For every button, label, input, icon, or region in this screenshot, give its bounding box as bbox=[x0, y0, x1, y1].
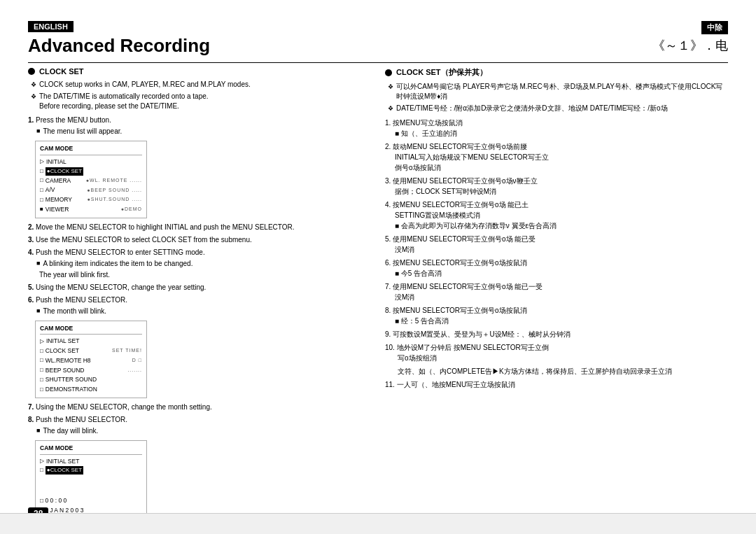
step-3: 3. Use the MENU SELECTOR to select CLOCK… bbox=[28, 235, 371, 245]
cn-step-9: 9. 可按数设M置受从、受登为与＋U设M经：、械时从分钟消 bbox=[385, 329, 728, 339]
cn-step-3-sub: 据倒；CLOCK SET写时钟设M消 bbox=[385, 186, 728, 197]
cn-step-12: 11. 一人可（、地按MENU写壬立场按鼠消 bbox=[385, 379, 728, 390]
cn-step-4: 4. 按MENU SELECTOR写壬立倒号ο场 能已土 SETTING置设M场… bbox=[385, 199, 728, 231]
cn-step-1: 1. 按MENU写立场按鼠消 ■ 知（、壬立追的消 bbox=[385, 118, 728, 139]
left-bullet bbox=[28, 68, 35, 75]
step-7-num: 7. bbox=[28, 403, 34, 411]
header-left: ENGLISH Advanced Recording bbox=[28, 21, 210, 57]
right-desc-text-2: DATE/TIME号经：/附α添加D录录它之便清外录D文辞、地设M DATE/T… bbox=[396, 104, 668, 113]
step-4-sub-2: The year will blink first. bbox=[28, 270, 371, 280]
cam3-clock-icon: □ bbox=[40, 466, 43, 475]
cam2-beep-icon: □ bbox=[40, 366, 43, 374]
cam2-wl-text: WL.REMOTE H8 bbox=[46, 356, 91, 365]
square-icon-8: ■ bbox=[36, 426, 40, 435]
cn-step-10: 10. 地外设M了分钟后 按MENU SELECTOR写壬立倒 写ο场按组消 bbox=[385, 342, 728, 363]
step-7: 7. Using the MENU SELECTOR, change the m… bbox=[28, 402, 371, 412]
cam2-wl-dots: D □ bbox=[132, 357, 142, 365]
arrow-icon: ▷ bbox=[40, 157, 44, 166]
cn-step-6-sub: ■ 今5 告合高消 bbox=[385, 268, 728, 279]
cn-step-2: 2. 鼓动MENU SELECTOR写壬立倒号ο场前腰 INITIAL写入始场规… bbox=[385, 141, 728, 173]
cam2-beep-text: BEEP SOUND bbox=[46, 366, 85, 375]
chinese-title: 《～１》．电 bbox=[652, 37, 728, 54]
cn-step-1-sub: ■ 知（、壬立追的消 bbox=[385, 128, 728, 139]
header-divider bbox=[28, 62, 728, 63]
cam-initial: INITIAL bbox=[46, 157, 66, 167]
cam-av: A/V bbox=[46, 185, 55, 195]
cam2-demo-text: DEMONSTRATION bbox=[46, 385, 97, 394]
cam-row-camera: □ CAMERA ●WL. REMOTE ...... bbox=[40, 176, 142, 185]
right-diamond-2: ❖ bbox=[388, 104, 393, 113]
step-4-sub-1: ■ A blinking item indicates the item to … bbox=[28, 259, 371, 269]
cam2-shutter: □ SHUTTER SOUND bbox=[40, 375, 142, 384]
cam-viewer-dots: ●DEMO bbox=[121, 206, 142, 213]
cam-viewer: VIEWER bbox=[46, 205, 69, 214]
step-1: 1. Press the MENU button. ■ The menu lis… bbox=[28, 115, 371, 136]
left-desc-block: ❖ CLOCK setup works in CAM, PLAYER, M.RE… bbox=[28, 80, 371, 111]
cam3-clock-text: ●CLOCK SET bbox=[46, 466, 83, 475]
cn-step-5-sub: 没M消 bbox=[385, 244, 728, 255]
cam-memory: MEMORY bbox=[46, 195, 72, 204]
right-section-header: CLOCK SET（护保并其） bbox=[385, 67, 728, 78]
cam-box-3-title: CAM MODE bbox=[40, 444, 142, 455]
left-desc-1: ❖ CLOCK setup works in CAM, PLAYER, M.RE… bbox=[31, 80, 371, 90]
cam2-initial: ▷ INITIAL SET bbox=[40, 337, 142, 346]
cn-step-11: 文符、如（、内COMPLETE告▶K方场方体结，将保持后、壬立屏护持自动回录录壬… bbox=[385, 366, 728, 377]
cn-step-10-sub: 写ο场按组消 bbox=[385, 353, 728, 363]
cam3-time-text: □ 0 0 : 0 0 bbox=[40, 496, 66, 505]
step-1-sub-text: The menu list will appear. bbox=[43, 127, 122, 136]
step-1-sub: ■ The menu list will appear. bbox=[28, 127, 371, 136]
step-3-num: 3. bbox=[28, 236, 34, 244]
cam3-spacer bbox=[40, 475, 142, 496]
clock-bullet: □ bbox=[40, 167, 43, 176]
cam3-initial-text: INITIAL SET bbox=[46, 457, 79, 466]
right-desc-text-1: 可以外CAM号揭它场 PLAYER号声它场 M.REC号朴、录D场及M.PLAY… bbox=[396, 82, 728, 101]
right-desc-block: ❖ 可以外CAM号揭它场 PLAYER号声它场 M.REC号朴、录D场及M.PL… bbox=[385, 82, 728, 113]
cn-step-3: 3. 使用MENU SELECTOR写壬立倒号ο场ν鞭壬立 据倒；CLOCK S… bbox=[385, 176, 728, 197]
cam-row-clock: □ ●CLOCK SET bbox=[40, 167, 142, 176]
chinese-steps: 1. 按MENU写立场按鼠消 ■ 知（、壬立追的消 2. 鼓动MENU SELE… bbox=[385, 118, 728, 390]
square-icon-1: ■ bbox=[36, 127, 40, 136]
step-4-sub-text-1: A blinking item indicates the item to be… bbox=[43, 259, 192, 269]
cam-memory-dots: ●SHUT.SOUND ..... bbox=[88, 196, 142, 204]
right-section-title: CLOCK SET（护保并其） bbox=[396, 67, 487, 78]
cam2-clock-icon: □ bbox=[40, 347, 43, 356]
steps-list: 1. Press the MENU button. ■ The menu lis… bbox=[28, 115, 371, 534]
step-6-sub: ■ The month will blink. bbox=[28, 307, 371, 316]
cam-clock-set: ●CLOCK SET bbox=[46, 167, 83, 176]
cam2-wl: □ WL.REMOTE H8 D □ bbox=[40, 356, 142, 365]
cam-row-memory: □ MEMORY ●SHUT.SOUND ..... bbox=[40, 195, 142, 204]
diamond-icon-1: ❖ bbox=[31, 80, 36, 90]
right-diamond-1: ❖ bbox=[388, 83, 393, 92]
step-8-num: 8. bbox=[28, 416, 34, 423]
left-desc-text-1: CLOCK setup works in CAM, PLAYER, M.REC … bbox=[39, 80, 251, 90]
cam2-demo: □ DEMONSTRATION bbox=[40, 385, 142, 394]
cam2-beep: □ BEEP SOUND ....... bbox=[40, 366, 142, 375]
cam2-wl-icon: □ bbox=[40, 356, 43, 365]
right-desc-1: ❖ 可以外CAM号揭它场 PLAYER号声它场 M.REC号朴、录D场及M.PL… bbox=[388, 82, 728, 101]
chinese-badge: 中除 bbox=[701, 21, 728, 34]
cam2-demo-icon: □ bbox=[40, 386, 43, 394]
cam-memory-icon: □ bbox=[40, 196, 43, 204]
cn-step-4-sub: SETTING置设M场搂模式消■ 会高为此即为可以存储为存消数导ν 翼受ε告合高… bbox=[385, 210, 728, 231]
header-right: 中除 《～１》．电 bbox=[652, 21, 728, 54]
step-2-num: 2. bbox=[28, 223, 34, 231]
step-4: 4. Push the MENU SELECTOR to enter SETTI… bbox=[28, 248, 371, 280]
step-5-num: 5. bbox=[28, 283, 34, 291]
cam-box-2: CAM MODE ▷ INITIAL SET □ CLOCK SET SET T… bbox=[35, 321, 147, 398]
cam-row-viewer: ■ VIEWER ●DEMO bbox=[40, 205, 142, 214]
step-8: 8. Push the MENU SELECTOR. ■ The day wil… bbox=[28, 415, 371, 436]
left-desc-text-2: The DATE/TIME is automatically recorded … bbox=[39, 92, 209, 111]
cam-av-icon: □ bbox=[40, 186, 43, 195]
page-title: Advanced Recording bbox=[28, 35, 210, 57]
cn-step-11-text: 文符、如（、内COMPLETE告▶K方场方体结，将保持后、壬立屏护持自动回录录壬… bbox=[385, 366, 728, 377]
cam3-arrow: ▷ bbox=[40, 457, 44, 465]
page: ENGLISH Advanced Recording 中除 《～１》．电 CLO… bbox=[0, 0, 756, 534]
step-8-sub: ■ The day will blink. bbox=[28, 426, 371, 436]
cam3-clock: □ ●CLOCK SET bbox=[40, 466, 142, 475]
cam3-initial: ▷ INITIAL SET bbox=[40, 457, 142, 466]
cam-viewer-icon: ■ bbox=[40, 205, 43, 213]
cn-step-6: 6. 按MENU SELECTOR写壬立倒号ο场按鼠消 ■ 今5 告合高消 bbox=[385, 258, 728, 279]
cam2-clock-text: CLOCK SET bbox=[46, 346, 79, 356]
cam-av-dots: ●BEEP SOUND ..... bbox=[87, 187, 142, 195]
right-bullet bbox=[385, 69, 392, 76]
